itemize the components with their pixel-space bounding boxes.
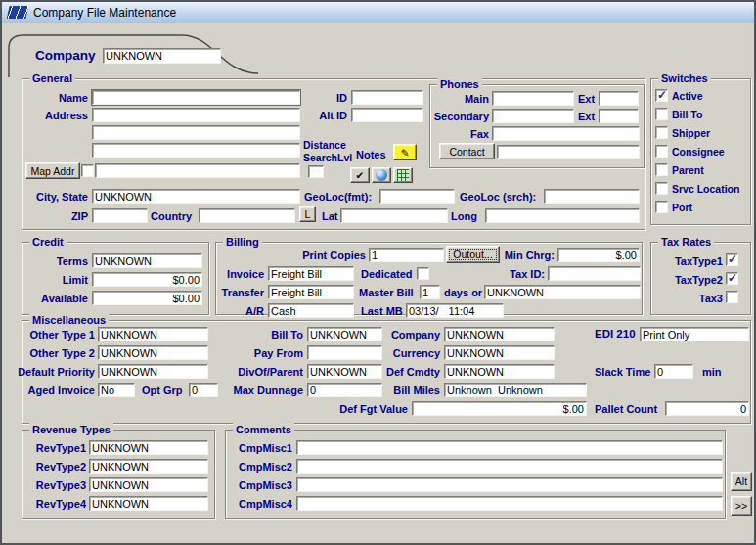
- switch-srvc-location-checkbox[interactable]: [655, 182, 668, 195]
- map-grid-button[interactable]: [393, 167, 413, 183]
- last-mb-display: 03/13/ 11:04: [406, 303, 504, 318]
- slack-time-input[interactable]: [654, 364, 693, 379]
- terms-input[interactable]: [92, 253, 202, 268]
- limit-input[interactable]: [92, 272, 202, 287]
- address-input-4[interactable]: [95, 163, 300, 178]
- revtype1-input[interactable]: [89, 440, 208, 455]
- master-bill-input[interactable]: [420, 285, 440, 299]
- cmpmisc4-input[interactable]: [296, 496, 723, 511]
- cmpmisc2-input[interactable]: [296, 459, 723, 474]
- tax3-checkbox[interactable]: [726, 291, 738, 303]
- phone-main-label: Main: [413, 93, 489, 106]
- distance-searchlvl-input[interactable]: [308, 165, 324, 178]
- pallet-count-input[interactable]: [665, 401, 749, 416]
- def-cmdty-input[interactable]: [444, 364, 555, 379]
- transfer-input[interactable]: [268, 285, 354, 299]
- ar-input[interactable]: [268, 303, 354, 318]
- long-input[interactable]: [485, 208, 640, 223]
- zip-label: ZIP: [6, 210, 88, 223]
- available-label: Available: [6, 293, 88, 305]
- opt-grp-label: Opt Grp: [142, 385, 183, 397]
- map-grid-icon: [397, 169, 409, 181]
- phone-main-input[interactable]: [492, 91, 574, 106]
- geoloc-srch-input[interactable]: [544, 189, 640, 204]
- taxtype1-label: TaxType1: [654, 255, 723, 268]
- country-label: Country: [151, 210, 192, 223]
- min-chrg-input[interactable]: [557, 248, 640, 262]
- name-input[interactable]: [92, 90, 300, 105]
- distance-searchlvl-label: Distance SearchLvl: [303, 139, 360, 164]
- edi-210-input[interactable]: [640, 327, 749, 341]
- geoloc-srch-label: GeoLoc (srch):: [460, 191, 536, 204]
- alt-button[interactable]: Alt: [731, 472, 752, 491]
- phone-secondary-input[interactable]: [492, 109, 574, 123]
- country-input[interactable]: [199, 208, 295, 223]
- more-button[interactable]: >>: [731, 496, 752, 516]
- credit-group-title: Credit: [29, 235, 67, 249]
- zip-input[interactable]: [92, 208, 148, 223]
- dedicated-checkbox[interactable]: [417, 267, 429, 280]
- cmpmisc3-input[interactable]: [296, 477, 723, 492]
- title-bar[interactable]: Company File Maintenance: [2, 2, 754, 23]
- phone-ext2-input[interactable]: [599, 109, 639, 123]
- contact-button[interactable]: Contact: [439, 143, 495, 159]
- switch-active-checkbox[interactable]: [655, 89, 668, 102]
- fax-input[interactable]: [492, 126, 640, 141]
- available-input[interactable]: [92, 291, 202, 305]
- other-type-2-input[interactable]: [98, 345, 208, 360]
- cmpmisc1-input[interactable]: [296, 440, 723, 455]
- other-type-1-input[interactable]: [98, 327, 208, 341]
- confirm-button[interactable]: ✔: [350, 167, 370, 183]
- name-label: Name: [6, 92, 88, 105]
- switch-port-label: Port: [672, 202, 692, 214]
- company-input[interactable]: [103, 48, 221, 64]
- tax-id-input[interactable]: [548, 266, 641, 281]
- default-priority-input[interactable]: [98, 364, 208, 379]
- cmpmisc3-label: CmpMisc3: [231, 479, 292, 492]
- phone-ext2-label: Ext: [578, 111, 595, 123]
- bill-miles-label: Bill Miles: [362, 385, 440, 397]
- revtype3-input[interactable]: [89, 477, 208, 492]
- city-state-input[interactable]: [92, 189, 300, 204]
- geoloc-fmt-input[interactable]: [379, 189, 455, 204]
- switch-port-checkbox[interactable]: [655, 201, 668, 213]
- opt-grp-input[interactable]: [189, 383, 218, 397]
- switch-bill-to-checkbox[interactable]: [655, 108, 668, 120]
- address-input-3[interactable]: [92, 143, 300, 158]
- address-label: Address: [6, 110, 88, 122]
- invoice-label: Invoice: [198, 268, 264, 281]
- aged-invoice-input[interactable]: [98, 383, 135, 397]
- contact-input[interactable]: [497, 145, 640, 159]
- invoice-input[interactable]: [268, 266, 354, 281]
- switch-consignee-checkbox[interactable]: [655, 145, 668, 158]
- revtype1-label: RevType1: [8, 442, 86, 455]
- misc-company-input[interactable]: [444, 327, 555, 341]
- revtype4-input[interactable]: [89, 496, 208, 511]
- revtype2-input[interactable]: [89, 459, 208, 474]
- globe-button[interactable]: [372, 167, 391, 183]
- days-or-input[interactable]: [484, 285, 641, 299]
- master-bill-label: Master Bill: [359, 287, 414, 299]
- address-input-1[interactable]: [92, 108, 300, 122]
- taxtype1-checkbox[interactable]: [726, 253, 738, 266]
- currency-input[interactable]: [444, 345, 555, 360]
- map-addr-checkbox[interactable]: [81, 164, 94, 177]
- app-icon: [7, 6, 29, 19]
- lat-input[interactable]: [340, 208, 448, 223]
- print-copies-input[interactable]: [369, 248, 444, 262]
- locate-button[interactable]: L: [299, 206, 316, 222]
- miscellaneous-group-title: Miscellaneous: [29, 313, 109, 327]
- address-input-2[interactable]: [92, 125, 300, 140]
- phone-ext1-label: Ext: [578, 93, 595, 106]
- notes-button[interactable]: ✎: [393, 144, 417, 160]
- limit-label: Limit: [6, 274, 88, 287]
- switch-parent-checkbox[interactable]: [655, 163, 668, 176]
- taxtype2-checkbox[interactable]: [726, 272, 738, 285]
- currency-label: Currency: [362, 347, 440, 360]
- map-addr-button[interactable]: Map Addr: [25, 162, 80, 179]
- def-cmdty-label: Def Cmdty: [362, 366, 440, 379]
- switch-shipper-checkbox[interactable]: [655, 126, 668, 139]
- def-fgt-value-input[interactable]: [412, 401, 587, 416]
- phone-ext1-input[interactable]: [599, 91, 639, 106]
- default-priority-label: Default Priority: [8, 366, 95, 379]
